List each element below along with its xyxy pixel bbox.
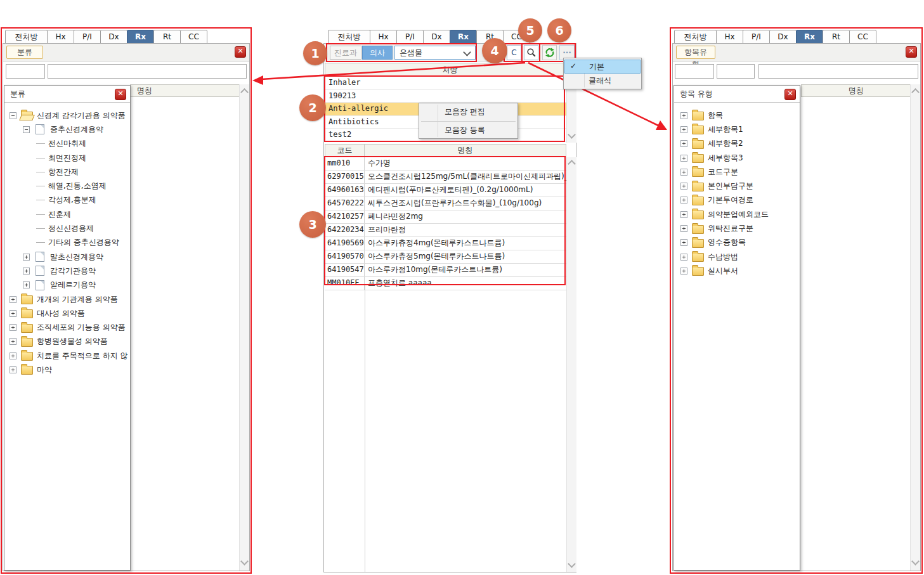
- expand-icon[interactable]: [10, 324, 16, 331]
- close-icon[interactable]: ✕: [784, 89, 796, 100]
- scroll-down-icon[interactable]: [240, 557, 249, 565]
- expand-icon[interactable]: [680, 169, 687, 176]
- tree-item[interactable]: 감각기관용약: [6, 264, 129, 278]
- table-row[interactable]: 641905690아스루카츄정4mg(몬테루카스트나트륨): [325, 237, 566, 250]
- c-button[interactable]: C: [507, 45, 521, 60]
- close-icon[interactable]: ✕: [115, 89, 126, 100]
- tree-item[interactable]: 수납방법: [677, 250, 798, 264]
- tree-item[interactable]: 영수증항목: [677, 236, 798, 250]
- table-row[interactable]: 641905470아스루카정10mg(몬테루카스트나트륨): [325, 264, 566, 277]
- tab-Rx[interactable]: Rx: [450, 30, 477, 44]
- table-scrollbar[interactable]: [566, 157, 576, 572]
- expand-icon[interactable]: [680, 140, 687, 147]
- tab-P/I[interactable]: P/I: [396, 30, 424, 44]
- tree-item[interactable]: 조직세포의 기능용 의약품: [6, 320, 129, 334]
- menu-item-edit-collection[interactable]: 모음장 편집: [445, 103, 515, 121]
- collection-row[interactable]: Inhaler: [325, 77, 566, 90]
- right-scrollbar[interactable]: [910, 84, 920, 571]
- table-row[interactable]: 642202340프리마란정: [325, 224, 566, 237]
- tree-item[interactable]: 의약분업예외코드: [677, 207, 798, 221]
- expand-icon[interactable]: [10, 352, 16, 359]
- tree-item[interactable]: 전신마취제: [6, 137, 129, 151]
- tab-Hx[interactable]: Hx: [716, 30, 743, 44]
- table-row[interactable]: 641905700아스루카츄정5mg(몬테루카스트나트륨): [325, 250, 566, 264]
- table-row[interactable]: 645702221씨투스건조시럽(프란루카스트수화물)_(10g/100g): [325, 197, 566, 210]
- refresh-button[interactable]: [542, 45, 557, 60]
- doctor-select[interactable]: 은샘물: [394, 46, 476, 60]
- expand-icon[interactable]: [680, 112, 687, 119]
- tree-item[interactable]: 정신신경용제: [6, 221, 129, 235]
- tree-item[interactable]: 마약: [6, 363, 129, 377]
- tab-P/I[interactable]: P/I: [74, 30, 101, 44]
- expand-icon[interactable]: [680, 211, 687, 218]
- collapse-icon[interactable]: [23, 126, 30, 133]
- expand-icon[interactable]: [23, 268, 30, 275]
- tree-item[interactable]: 세부항목3: [677, 151, 798, 165]
- tree-item[interactable]: 개개의 기관계용 의약품: [6, 292, 129, 306]
- expand-icon[interactable]: [10, 338, 16, 345]
- scroll-up-icon[interactable]: [568, 160, 576, 168]
- tab-전처방[interactable]: 전처방: [674, 30, 717, 44]
- tab-Rx[interactable]: Rx: [796, 30, 823, 44]
- tree-item[interactable]: 실시부서: [677, 264, 798, 278]
- table-row[interactable]: mm010수가명: [325, 157, 566, 171]
- table-row[interactable]: MM010FF표층열치료 aaaaa: [325, 277, 566, 290]
- tree-item[interactable]: 기타의 중추신경용약: [6, 236, 129, 250]
- tree-item[interactable]: 중추신경계용약: [6, 122, 129, 136]
- expand-icon[interactable]: [23, 254, 30, 261]
- tree-item[interactable]: 신경계 감각기관용 의약품: [6, 108, 129, 122]
- tree-item[interactable]: 본인부담구분: [677, 179, 798, 193]
- tree-item[interactable]: 코드구분: [677, 165, 798, 179]
- tree-item[interactable]: 대사성 의약품: [6, 306, 129, 320]
- tree-item[interactable]: 기본투여경로: [677, 193, 798, 207]
- tree-item[interactable]: 항목: [677, 108, 798, 122]
- menu-item-register-collection[interactable]: 모음장 등록: [445, 122, 515, 139]
- expand-icon[interactable]: [680, 239, 687, 246]
- scroll-up-icon[interactable]: [240, 88, 249, 96]
- expand-icon[interactable]: [680, 155, 687, 162]
- tab-Rt[interactable]: Rt: [823, 30, 850, 44]
- expand-icon[interactable]: [10, 310, 16, 317]
- tree-item[interactable]: 각성제,흥분제: [6, 193, 129, 207]
- expand-icon[interactable]: [680, 183, 687, 190]
- tab-Dx[interactable]: Dx: [769, 30, 797, 44]
- expand-icon[interactable]: [680, 126, 687, 133]
- right-input-1[interactable]: [675, 64, 714, 79]
- tab-P/I[interactable]: P/I: [743, 30, 770, 44]
- collection-row[interactable]: 190213: [325, 90, 566, 103]
- menu-item-basic[interactable]: ✓ 기본: [564, 60, 641, 74]
- tree-item[interactable]: 말초신경계용약: [6, 250, 129, 264]
- tree-item[interactable]: 치료를 주목적으로 하지 않: [6, 349, 129, 363]
- tab-Dx[interactable]: Dx: [423, 30, 450, 44]
- tree-item[interactable]: 알레르기용약: [6, 278, 129, 292]
- table-row[interactable]: 629700151오스클건조시럽125mg/5mL(클래리트로마이신제피과립)_…: [325, 171, 566, 184]
- expand-icon[interactable]: [10, 296, 16, 303]
- tab-Rx[interactable]: Rx: [127, 30, 154, 44]
- expand-icon[interactable]: [680, 197, 687, 204]
- tree-item[interactable]: 세부항목2: [677, 137, 798, 151]
- tab-Hx[interactable]: Hx: [370, 30, 397, 44]
- tab-전처방[interactable]: 전처방: [5, 30, 48, 44]
- table-row[interactable]: 642102570페니라민정2mg: [325, 210, 566, 224]
- tab-Hx[interactable]: Hx: [47, 30, 74, 44]
- tree-item[interactable]: 최면진정제: [6, 151, 129, 165]
- department-button[interactable]: 진료과: [330, 46, 361, 60]
- collapse-icon[interactable]: [10, 112, 16, 119]
- scroll-down-icon[interactable]: [568, 560, 576, 568]
- left-code-input[interactable]: [6, 64, 45, 79]
- tab-Dx[interactable]: Dx: [100, 30, 127, 44]
- scroll-down-icon[interactable]: [568, 131, 576, 139]
- tree-item[interactable]: 위탁진료구분: [677, 221, 798, 235]
- right-input-2[interactable]: [717, 64, 755, 79]
- classification-filter-button[interactable]: 분류: [6, 46, 43, 59]
- tab-전처방[interactable]: 전처방: [328, 30, 370, 44]
- search-button[interactable]: [524, 45, 538, 60]
- close-icon[interactable]: ✕: [235, 46, 246, 58]
- left-scrollbar[interactable]: [239, 84, 249, 571]
- right-input-3[interactable]: [758, 64, 918, 79]
- doctor-button[interactable]: 의사: [362, 46, 393, 60]
- expand-icon[interactable]: [23, 281, 30, 288]
- expand-icon[interactable]: [10, 366, 16, 373]
- close-icon[interactable]: ✕: [906, 46, 917, 58]
- expand-icon[interactable]: [680, 268, 687, 275]
